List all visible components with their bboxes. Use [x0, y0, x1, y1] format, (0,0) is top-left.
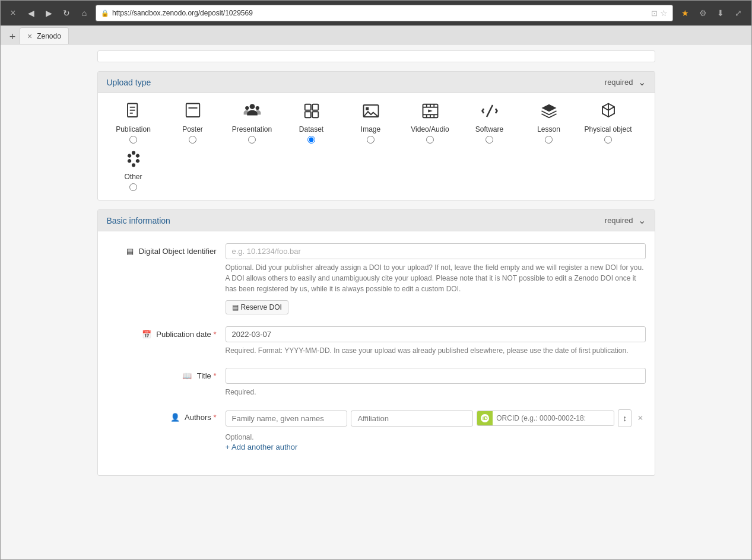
svg-rect-12: [312, 112, 318, 117]
back-button[interactable]: ◀: [24, 7, 37, 20]
address-bar-input[interactable]: [112, 9, 651, 17]
physical-object-icon: [599, 102, 617, 123]
new-tab-button[interactable]: +: [5, 30, 20, 44]
physical-object-radio[interactable]: [604, 136, 612, 144]
tab-close-button[interactable]: ×: [27, 32, 32, 40]
tab-bar: + × Zenodo: [1, 26, 751, 44]
forward-button[interactable]: ▶: [42, 7, 55, 20]
software-radio[interactable]: [486, 136, 493, 144]
upload-type-item-image[interactable]: Image: [344, 102, 398, 144]
basic-info-header-right: required ⌄: [605, 215, 646, 226]
dataset-radio[interactable]: [307, 136, 315, 144]
image-icon: [362, 102, 380, 123]
presentation-radio[interactable]: [248, 136, 256, 144]
title-label: 📖 Title *: [107, 368, 226, 380]
poster-icon: [184, 102, 202, 123]
lesson-radio[interactable]: [545, 136, 553, 144]
svg-rect-4: [186, 104, 199, 117]
authors-optional-hint: Optional.: [226, 432, 646, 443]
upload-type-item-dataset[interactable]: Dataset: [285, 102, 338, 144]
dataset-label: Dataset: [299, 125, 323, 133]
author-remove-button[interactable]: ×: [635, 413, 645, 424]
fullscreen-button[interactable]: ⤢: [731, 6, 745, 20]
physical-object-label: Physical object: [584, 125, 632, 133]
add-another-author-link[interactable]: + Add another author: [226, 443, 298, 451]
browser-toolbar: × ◀ ▶ ↻ ⌂ 🔒 ⊡ ☆ ★ ⚙ ⬇ ⤢: [1, 1, 751, 26]
refresh-button[interactable]: ↻: [60, 7, 73, 20]
image-label: Image: [361, 125, 380, 133]
ssl-lock-icon: 🔒: [101, 9, 109, 17]
barcode-icon: ▤: [126, 247, 134, 256]
upload-type-item-software[interactable]: Software: [463, 102, 516, 144]
other-radio[interactable]: [129, 183, 137, 191]
publication-radio[interactable]: [129, 136, 137, 144]
orcid-input[interactable]: [493, 411, 614, 425]
form-container: Upload type required ⌄: [91, 50, 661, 476]
upload-type-item-poster[interactable]: Poster: [166, 102, 220, 144]
publication-date-input[interactable]: [226, 326, 646, 342]
author-name-input[interactable]: [226, 411, 348, 427]
upload-type-title: Upload type: [107, 78, 151, 87]
settings-button[interactable]: ⚙: [696, 6, 710, 20]
upload-type-item-presentation[interactable]: Presentation: [226, 102, 279, 144]
upload-type-item-lesson[interactable]: Lesson: [522, 102, 576, 144]
top-section-clipped: [97, 50, 655, 62]
calendar-icon: 📅: [142, 330, 151, 339]
favorites-button[interactable]: ★: [678, 6, 692, 20]
upload-type-header-right: required ⌄: [605, 77, 646, 88]
publication-date-label: 📅 Publication date *: [107, 326, 226, 339]
svg-rect-14: [366, 107, 369, 110]
authors-field: iD ↕ × Optional. + Add another author: [226, 409, 646, 451]
svg-point-7: [245, 106, 249, 110]
title-input[interactable]: [226, 368, 646, 384]
author-sort-button[interactable]: ↕: [618, 409, 632, 427]
video-audio-radio[interactable]: [426, 136, 434, 144]
lesson-label: Lesson: [537, 125, 560, 133]
publication-icon: [125, 102, 142, 123]
title-required-star: *: [213, 371, 216, 380]
orcid-wrapper: iD: [477, 411, 614, 426]
bookmark-icon[interactable]: ☆: [660, 8, 668, 18]
svg-point-8: [255, 106, 259, 110]
presentation-label: Presentation: [232, 125, 272, 133]
doi-input[interactable]: [226, 243, 646, 259]
poster-radio[interactable]: [189, 136, 196, 144]
video-audio-label: Video/Audio: [411, 125, 449, 133]
svg-rect-11: [304, 112, 310, 117]
doi-field: Optional. Did your publisher already ass…: [226, 243, 646, 314]
doi-hint: Optional. Did your publisher already ass…: [226, 262, 646, 294]
author-row: iD ↕ ×: [226, 409, 646, 427]
browser-tab[interactable]: × Zenodo: [20, 27, 69, 44]
image-radio[interactable]: [367, 136, 375, 144]
upload-type-item-video-audio[interactable]: Video/Audio: [404, 102, 457, 144]
dataset-icon: [303, 102, 321, 123]
window-close-button[interactable]: ×: [7, 7, 20, 20]
svg-marker-24: [428, 110, 433, 113]
upload-type-item-physical-object[interactable]: Physical object: [582, 102, 635, 144]
upload-type-item-other[interactable]: Other: [107, 149, 160, 191]
upload-type-section: Upload type required ⌄: [97, 71, 655, 201]
download-button[interactable]: ⬇: [713, 6, 728, 20]
other-icon: [125, 149, 142, 170]
authors-row-container: 👤 Authors * iD: [107, 409, 646, 451]
home-button[interactable]: ⌂: [78, 7, 91, 20]
basic-info-section: Basic information required ⌄ ▤ Digital O…: [97, 209, 655, 476]
software-icon: [481, 102, 499, 123]
upload-type-required-label: required: [605, 78, 633, 87]
authors-required-star: *: [213, 413, 216, 422]
publication-date-field: Required. Format: YYYY-MM-DD. In case yo…: [226, 326, 646, 356]
author-affiliation-input[interactable]: [351, 411, 473, 427]
title-row: 📖 Title * Required.: [107, 368, 646, 397]
chevron-down-icon: ⌄: [638, 77, 646, 88]
basic-info-header[interactable]: Basic information required ⌄: [98, 210, 655, 231]
svg-rect-10: [312, 104, 318, 110]
other-label: Other: [124, 173, 142, 181]
upload-type-item-publication[interactable]: Publication: [107, 102, 160, 144]
basic-info-required-label: required: [605, 216, 633, 225]
upload-type-header[interactable]: Upload type required ⌄: [98, 72, 655, 93]
reserve-doi-button[interactable]: ▤ Reserve DOI: [226, 300, 288, 314]
person-icon: 👤: [170, 413, 180, 422]
doi-row: ▤ Digital Object Identifier Optional. Di…: [107, 243, 646, 314]
publication-date-hint: Required. Format: YYYY-MM-DD. In case yo…: [226, 345, 646, 356]
orcid-id-icon: iD: [481, 414, 489, 422]
